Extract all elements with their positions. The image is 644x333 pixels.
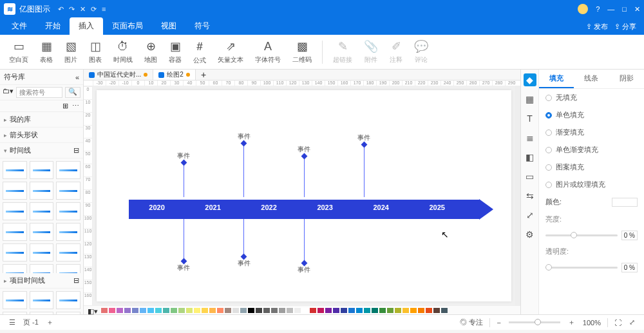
collapse-icon[interactable]: « [75,73,79,81]
color-swatch[interactable] [332,307,340,314]
shape-thumb[interactable] [3,182,27,200]
color-swatch[interactable] [255,307,263,314]
event-bottom[interactable]: 事件 [177,219,190,272]
library-picker-icon[interactable]: 🗀▾ [3,87,14,98]
undo-icon[interactable]: ↶ [58,5,64,14]
menu-tab-3[interactable]: 页面布局 [103,17,152,35]
shape-thumb[interactable] [3,223,27,241]
color-swatch[interactable] [178,307,185,314]
ribbon-图片[interactable]: ▧图片 [61,38,81,66]
color-swatch[interactable] [433,307,440,314]
color-swatch[interactable] [301,307,309,314]
color-swatch[interactable] [425,307,433,314]
menu-tab-2[interactable]: 插入 [70,17,103,35]
cat-arrows[interactable]: 箭头形状 [0,128,83,143]
color-swatch[interactable] [309,307,317,314]
ribbon-地图[interactable]: ⊕地图 [140,38,161,66]
shape-thumb[interactable] [56,161,80,179]
help-icon[interactable]: ? [596,5,600,13]
shape-thumb[interactable] [56,202,80,220]
shape-thumb[interactable] [30,223,54,241]
color-swatch[interactable] [417,307,425,314]
menu-icon[interactable]: ≡ [102,5,106,14]
panel-tab-填充[interactable]: 填充 [539,70,574,88]
cat-project[interactable]: 项目时间线⊟ [0,273,83,289]
color-swatch[interactable] [147,307,155,314]
color-swatch[interactable] [185,307,193,314]
color-swatch[interactable] [108,307,116,314]
brightness-value[interactable]: 0 % [621,231,638,240]
shape-thumb[interactable] [56,182,80,200]
menu-tab-4[interactable]: 视图 [152,17,185,35]
search-input[interactable] [16,87,62,98]
color-swatch[interactable] [371,307,379,314]
menu-tab-0[interactable]: 文件 [3,17,36,35]
color-swatch[interactable] [240,307,247,314]
ribbon-空白页[interactable]: ▭空白页 [5,38,32,66]
theme-picker-icon[interactable]: ◧▾ [88,307,98,313]
side-tool-0[interactable]: ◆ [524,73,536,86]
color-swatch[interactable] [270,307,278,314]
menubar-action[interactable]: ⇪ 发布 [586,22,608,32]
event-top[interactable]: 事件 [357,133,370,197]
zoom-slider[interactable] [509,321,560,323]
shape-thumb[interactable] [3,291,27,309]
redo-icon[interactable]: ↷ [69,5,75,14]
add-lib-icon[interactable]: ⊞ [62,102,68,110]
color-swatch[interactable] [402,307,410,314]
fill-option[interactable]: 图案填充 [539,158,644,176]
color-swatch[interactable] [410,307,417,314]
event-top[interactable]: 事件 [177,151,190,197]
panel-tab-线条[interactable]: 线条 [574,70,609,88]
color-swatch[interactable] [247,307,255,314]
color-swatch[interactable] [325,307,332,314]
color-swatch[interactable] [201,307,209,314]
fit-icon[interactable]: ⛶ [611,319,625,327]
ribbon-公式[interactable]: ＃公式 [189,37,210,66]
color-swatch[interactable] [440,307,448,314]
side-tool-6[interactable]: ⇆ [524,189,536,202]
more-icon[interactable]: ⋯ [72,102,79,110]
shape-thumb[interactable] [3,243,27,262]
color-swatch[interactable] [355,307,363,314]
shape-thumb[interactable] [30,291,54,309]
shape-thumb[interactable] [56,312,80,314]
color-swatch[interactable] [612,198,638,207]
scrollbar-v[interactable] [515,86,520,305]
shape-thumb[interactable] [56,264,80,273]
shape-thumb[interactable] [3,161,27,179]
color-swatch[interactable] [263,307,270,314]
color-swatch[interactable] [124,307,131,314]
color-swatch[interactable] [348,307,355,314]
event-bottom[interactable]: 事件 [298,219,310,274]
refresh-icon[interactable]: ⟳ [91,5,97,14]
menubar-action[interactable]: ⇪ 分享 [614,22,636,32]
shape-thumb[interactable] [30,243,54,262]
color-swatch[interactable] [386,307,394,314]
shape-thumb[interactable] [30,312,54,314]
ribbon-二维码[interactable]: ▩二维码 [289,38,316,66]
fill-option[interactable]: 图片或纹理填充 [539,176,644,193]
add-page-button[interactable]: ＋ [43,318,57,327]
shape-thumb[interactable] [30,202,54,220]
ribbon-矢量文本[interactable]: ⇗矢量文本 [214,38,247,66]
panel-tab-阴影[interactable]: 阴影 [609,70,644,88]
shape-thumb[interactable] [3,312,27,314]
focus-button[interactable]: ◎ 专注 [456,318,487,327]
ribbon-表格[interactable]: ▦表格 [36,38,57,66]
color-swatch[interactable] [162,307,170,314]
color-swatch[interactable] [224,307,232,314]
fill-option[interactable]: 单色填充 [539,106,644,124]
doc-tab-1[interactable]: 绘图2 [153,70,196,80]
color-swatch[interactable] [139,307,147,314]
close-icon[interactable]: ✕ [80,5,86,14]
color-swatch[interactable] [278,307,286,314]
menu-tab-5[interactable]: 符号 [185,17,219,35]
doc-tab-0[interactable]: 中国近代史时... [84,70,153,80]
color-swatch[interactable] [209,307,216,314]
color-swatch[interactable] [100,307,108,314]
color-swatch[interactable] [216,307,224,314]
color-swatch[interactable] [363,307,371,314]
color-swatch[interactable] [394,307,402,314]
side-tool-5[interactable]: ▭ [524,170,536,183]
